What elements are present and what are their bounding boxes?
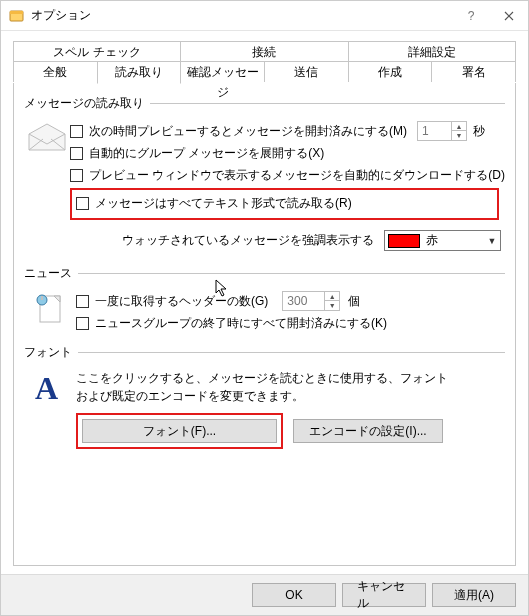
tab-send[interactable]: 送信 bbox=[264, 61, 349, 82]
divider bbox=[78, 273, 505, 274]
titlebar: オプション ? bbox=[1, 1, 528, 31]
close-button[interactable] bbox=[490, 1, 528, 31]
checkbox-icon bbox=[70, 125, 83, 138]
seconds-label: 秒 bbox=[473, 123, 485, 140]
watch-color-combo[interactable]: 赤 ▼ bbox=[384, 230, 501, 251]
tab-connection[interactable]: 接続 bbox=[180, 41, 348, 62]
chk-expand-groups[interactable]: 自動的にグループ メッセージを展開する(X) bbox=[70, 142, 505, 164]
content: スペル チェック 接続 詳細設定 全般 読み取り 確認メッセージ 送信 作成 署… bbox=[1, 31, 528, 574]
checkbox-icon bbox=[76, 197, 89, 210]
divider bbox=[150, 103, 505, 104]
chevron-up-icon[interactable]: ▲ bbox=[325, 292, 339, 301]
read-page: メッセージの読み取り bbox=[13, 83, 516, 566]
preview-seconds-spinner[interactable]: 1 ▲▼ bbox=[417, 121, 467, 141]
font-icon: A bbox=[24, 369, 76, 449]
checkbox-icon bbox=[70, 147, 83, 160]
group-title-font: フォント bbox=[24, 344, 72, 361]
chevron-up-icon[interactable]: ▲ bbox=[452, 122, 466, 131]
font-button[interactable]: フォント(F)... bbox=[82, 419, 277, 443]
highlight-annotation: メッセージはすべてテキスト形式で読み取る(R) bbox=[70, 188, 499, 220]
group-title-news: ニュース bbox=[24, 265, 72, 282]
highlight-annotation: フォント(F)... bbox=[76, 413, 283, 449]
tab-signature[interactable]: 署名 bbox=[431, 61, 516, 82]
tab-spellcheck[interactable]: スペル チェック bbox=[13, 41, 181, 62]
group-news: ニュース 一度に取得 bbox=[24, 265, 505, 334]
apply-button[interactable]: 適用(A) bbox=[432, 583, 516, 607]
chevron-down-icon: ▼ bbox=[484, 236, 500, 246]
unit-label: 個 bbox=[348, 293, 360, 310]
news-icon bbox=[24, 290, 76, 334]
watch-label: ウォッチされているメッセージを強調表示する bbox=[122, 232, 374, 249]
checkbox-icon bbox=[70, 169, 83, 182]
tab-general[interactable]: 全般 bbox=[13, 61, 98, 82]
tab-receipts[interactable]: 確認メッセージ bbox=[180, 61, 265, 82]
svg-rect-6 bbox=[41, 296, 43, 300]
app-icon bbox=[9, 8, 25, 24]
svg-rect-1 bbox=[10, 11, 23, 14]
chk-auto-download[interactable]: プレビュー ウィンドウで表示するメッセージを自動的にダウンロードする(D) bbox=[70, 164, 505, 186]
help-button[interactable]: ? bbox=[452, 1, 490, 31]
tab-read[interactable]: 読み取り bbox=[97, 61, 182, 84]
tab-compose[interactable]: 作成 bbox=[348, 61, 433, 82]
svg-text:A: A bbox=[35, 371, 58, 405]
chk-mark-read-on-exit[interactable]: ニュースグループの終了時にすべて開封済みにする(K) bbox=[76, 312, 505, 334]
group-font: フォント A ここをクリックすると、メッセージを読むときに使用する、フォントおよ… bbox=[24, 344, 505, 449]
dialog-footer: OK キャンセル 適用(A) bbox=[1, 574, 528, 615]
window-title: オプション bbox=[31, 7, 452, 24]
checkbox-icon bbox=[76, 317, 89, 330]
options-dialog: オプション ? スペル チェック 接続 詳細設定 全般 読み取り 確認メッセージ… bbox=[0, 0, 529, 616]
tab-advanced[interactable]: 詳細設定 bbox=[348, 41, 516, 62]
group-message-read: メッセージの読み取り bbox=[24, 95, 505, 255]
chk-header-count[interactable]: 一度に取得するヘッダーの数(G) 300 ▲▼ 個 bbox=[76, 290, 505, 312]
encoding-button[interactable]: エンコードの設定(I)... bbox=[293, 419, 443, 443]
tabs: スペル チェック 接続 詳細設定 全般 読み取り 確認メッセージ 送信 作成 署… bbox=[13, 41, 516, 84]
chk-preview-time[interactable]: 次の時間プレビューするとメッセージを開封済みにする(M) 1 ▲▼ 秒 bbox=[70, 120, 505, 142]
chevron-down-icon[interactable]: ▼ bbox=[325, 301, 339, 310]
header-count-spinner[interactable]: 300 ▲▼ bbox=[282, 291, 340, 311]
group-title-read: メッセージの読み取り bbox=[24, 95, 144, 112]
chk-read-as-text[interactable]: メッセージはすべてテキスト形式で読み取る(R) bbox=[76, 192, 493, 214]
color-swatch bbox=[388, 234, 420, 248]
envelope-icon bbox=[24, 120, 70, 255]
ok-button[interactable]: OK bbox=[252, 583, 336, 607]
cancel-button[interactable]: キャンセル bbox=[342, 583, 426, 607]
divider bbox=[78, 352, 505, 353]
checkbox-icon bbox=[76, 295, 89, 308]
font-description: ここをクリックすると、メッセージを読むときに使用する、フォントおよび既定のエンコ… bbox=[76, 369, 456, 405]
chevron-down-icon[interactable]: ▼ bbox=[452, 131, 466, 140]
